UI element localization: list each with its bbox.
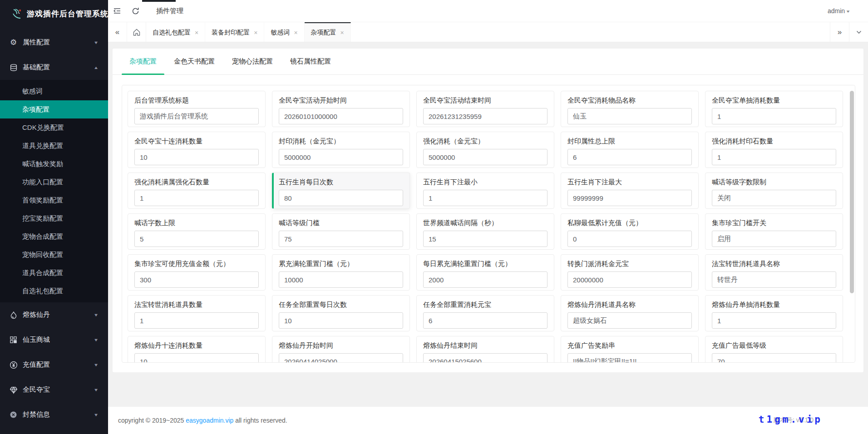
field-input-熔炼仙丹开始时间[interactable] (279, 353, 403, 363)
field-input-五行生肖下注最小[interactable] (423, 190, 547, 206)
flame-icon (9, 311, 18, 319)
field-input-强化消耗满属强化石数量[interactable] (134, 190, 259, 206)
sidebar-item-道具兑换配置[interactable]: 道具兑换配置 (0, 137, 108, 155)
config-tab-镜石属性配置[interactable]: 镜石属性配置 (282, 49, 339, 74)
field-label: 五行生肖下注最大 (567, 178, 692, 186)
user-menu[interactable]: admin ▼ (828, 7, 850, 15)
field-input-强化消耗封印石数量[interactable] (712, 149, 836, 165)
sidebar-item-自选礼包配置[interactable]: 自选礼包配置 (0, 282, 108, 300)
sidebar-group-全民夺宝[interactable]: 全民夺宝▼ (0, 377, 108, 402)
field-input-法宝转世消耗道具数量[interactable] (134, 312, 259, 329)
refresh-icon[interactable] (126, 0, 144, 22)
field-input-熔炼仙丹十连消耗数量[interactable] (134, 353, 259, 363)
field-input-熔炼仙丹结束时间[interactable] (423, 353, 547, 363)
user-caret-icon: ▼ (845, 10, 850, 14)
tabbar: « 自选礼包配置×装备封印配置×敏感词×杂项配置× » (108, 22, 868, 42)
field-input-充值广告最低等级[interactable] (712, 353, 836, 363)
field-input-强化消耗（金元宝）[interactable] (423, 149, 547, 165)
vertical-scrollbar[interactable] (850, 86, 854, 361)
field-input-世界频道喊话间隔（秒）[interactable] (423, 231, 547, 247)
field-input-任务全部重置每日次数[interactable] (279, 312, 403, 329)
open-tab-自选礼包配置[interactable]: 自选礼包配置× (146, 22, 205, 42)
home-tab-button[interactable] (127, 22, 146, 42)
field-input-转换门派消耗金元宝[interactable] (567, 271, 692, 288)
field-input-充值广告奖励串[interactable] (567, 353, 692, 363)
field-card: 全民夺宝单抽消耗数量 (705, 91, 843, 127)
field-input-法宝转世消耗道具名称[interactable] (712, 271, 836, 288)
field-input-封印消耗（金元宝）[interactable] (279, 149, 403, 165)
scroll-tabs-left-button[interactable]: « (108, 22, 127, 42)
chevron-down-icon: ▼ (94, 388, 99, 392)
sidebar-item-道具合成配置[interactable]: 道具合成配置 (0, 264, 108, 282)
sidebar-group-封禁信息[interactable]: 封禁信息▼ (0, 402, 108, 427)
field-input-后台管理系统标题[interactable] (134, 108, 259, 124)
field-card: 封印消耗（金元宝） (272, 132, 410, 168)
close-tab-icon[interactable]: × (340, 29, 344, 36)
field-input-喊话等级字数限制[interactable] (712, 190, 836, 206)
field-input-喊话等级门槛[interactable] (279, 231, 403, 247)
open-tab-装备封印配置[interactable]: 装备封印配置× (205, 22, 264, 42)
field-card: 封印属性总上限 (561, 132, 699, 168)
sidebar-item-挖宝奖励配置[interactable]: 挖宝奖励配置 (0, 209, 108, 227)
sidebar-group-仙玉商城[interactable]: 仙玉商城▼ (0, 327, 108, 352)
field-label: 强化消耗（金元宝） (423, 137, 547, 145)
tab-label: 装备封印配置 (212, 29, 250, 37)
field-input-全民夺宝消耗物品名称[interactable] (567, 108, 692, 124)
field-input-五行生肖下注最大[interactable] (567, 190, 692, 206)
breadcrumb[interactable]: 插件管理 (156, 7, 183, 15)
topnav-active-indicator (142, 0, 176, 2)
open-tab-敏感词[interactable]: 敏感词× (264, 22, 304, 42)
field-input-全民夺宝活动结束时间[interactable] (423, 108, 547, 124)
sidebar-item-杂项配置[interactable]: 杂项配置 (0, 100, 108, 118)
sidebar-item-CDK兑换配置[interactable]: CDK兑换配置 (0, 118, 108, 137)
scrollbar-thumb[interactable] (850, 91, 854, 293)
field-input-累充满轮重置门槛（元）[interactable] (279, 271, 403, 288)
field-input-熔炼仙丹单抽消耗数量[interactable] (712, 312, 836, 329)
easygoadmin-link[interactable]: easygoadmin.vip (186, 417, 233, 424)
config-tab-杂项配置[interactable]: 杂项配置 (122, 49, 164, 74)
open-tab-杂项配置[interactable]: 杂项配置× (305, 22, 351, 42)
collapse-sidebar-icon[interactable] (108, 0, 126, 22)
field-input-全民夺宝十连消耗数量[interactable] (134, 149, 259, 165)
field-input-私聊最低累计充值（元）[interactable] (567, 231, 692, 247)
sidebar-group-充值配置[interactable]: 充值配置▼ (0, 352, 108, 377)
field-input-全民夺宝单抽消耗数量[interactable] (712, 108, 836, 124)
field-input-喊话字数上限[interactable] (134, 231, 259, 247)
field-card: 法宝转世消耗道具名称 (705, 254, 843, 291)
field-input-五行生肖每日次数[interactable] (279, 190, 403, 206)
field-label: 私聊最低累计充值（元） (567, 219, 692, 227)
field-input-全民夺宝活动开始时间[interactable] (279, 108, 403, 124)
close-tab-icon[interactable]: × (195, 29, 198, 36)
field-card: 累充满轮重置门槛（元） (272, 254, 410, 291)
sidebar-group-基础配置[interactable]: 基础配置▲ (0, 55, 108, 80)
close-tab-icon[interactable]: × (254, 29, 257, 36)
config-tabs: 杂项配置金色天书配置宠物心法配置镜石属性配置 (113, 49, 863, 75)
sidebar-group-属性配置[interactable]: ⚙属性配置▼ (0, 30, 108, 55)
field-label: 喊话等级字数限制 (712, 178, 836, 186)
sidebar-group-label: 充值配置 (23, 360, 94, 369)
sidebar-item-宠物合成配置[interactable]: 宠物合成配置 (0, 227, 108, 246)
tabs-menu-button[interactable] (849, 22, 868, 42)
field-input-集市珍宝门槛开关[interactable] (712, 231, 836, 247)
field-label: 集市珍宝可使用充值金额（元） (134, 260, 259, 268)
field-input-熔炼仙丹消耗道具名称[interactable] (567, 312, 692, 329)
sidebar-item-敏感词[interactable]: 敏感词 (0, 82, 108, 100)
sidebar-item-喊话触发奖励[interactable]: 喊话触发奖励 (0, 155, 108, 173)
field-input-任务全部重置消耗元宝[interactable] (423, 312, 547, 329)
config-tab-宠物心法配置[interactable]: 宠物心法配置 (224, 49, 281, 74)
field-input-封印属性总上限[interactable] (567, 149, 692, 165)
field-card: 全民夺宝活动结束时间 (416, 91, 554, 127)
config-tab-金色天书配置[interactable]: 金色天书配置 (166, 49, 222, 74)
copyright-suffix: all rights reserved. (233, 417, 287, 424)
scroll-tabs-right-button[interactable]: » (830, 22, 849, 42)
app-title: 游戏插件后台管理系统 (27, 9, 108, 19)
sidebar-item-首领奖励配置[interactable]: 首领奖励配置 (0, 191, 108, 209)
sidebar-item-宠物回收配置[interactable]: 宠物回收配置 (0, 246, 108, 264)
sidebar-item-功能入口配置[interactable]: 功能入口配置 (0, 173, 108, 191)
field-card: 每日累充满轮重置门槛（元） (416, 254, 554, 291)
field-input-每日累充满轮重置门槛（元）[interactable] (423, 271, 547, 288)
field-card: 集市珍宝门槛开关 (705, 213, 843, 250)
field-input-集市珍宝可使用充值金额（元）[interactable] (134, 271, 259, 288)
close-tab-icon[interactable]: × (294, 29, 297, 36)
sidebar-group-熔炼仙丹[interactable]: 熔炼仙丹▼ (0, 302, 108, 327)
